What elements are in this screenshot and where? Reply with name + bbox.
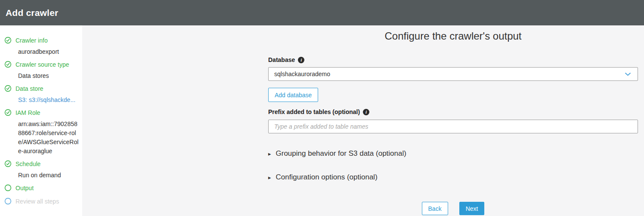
sidebar-step-review-all-steps[interactable]: Review all steps xyxy=(4,197,79,205)
steps-sidebar: Crawler info auroradbexport Crawler sour… xyxy=(0,25,82,216)
database-select[interactable]: sqlshackaurorademo xyxy=(268,67,638,81)
back-button[interactable]: Back xyxy=(422,202,448,215)
database-select-value: sqlshackaurorademo xyxy=(274,71,330,77)
section-label: Configuration options (optional) xyxy=(276,173,378,182)
prefix-input[interactable] xyxy=(268,120,638,133)
info-icon[interactable]: i xyxy=(363,109,369,115)
check-circle-icon xyxy=(4,61,12,68)
header-bar: Add crawler xyxy=(0,0,644,25)
check-circle-icon xyxy=(4,109,12,116)
check-circle-icon xyxy=(4,160,12,167)
sidebar-step-output[interactable]: Output xyxy=(4,184,79,191)
step-sub-source-type: Data stores xyxy=(18,71,79,80)
sidebar-step-crawler-source-type[interactable]: Crawler source type xyxy=(4,61,79,68)
step-label: Crawler info xyxy=(15,37,48,44)
step-label: Output xyxy=(15,185,34,191)
step-label: IAM Role xyxy=(15,109,40,116)
step-label: Data store xyxy=(15,85,43,92)
page-heading: Configure the crawler's output xyxy=(268,30,638,42)
section-configuration-options[interactable]: ▸ Configuration options (optional) xyxy=(268,173,638,182)
chevron-down-icon xyxy=(625,72,631,76)
sidebar-step-iam-role[interactable]: IAM Role xyxy=(4,109,79,116)
section-grouping-behavior[interactable]: ▸ Grouping behavior for S3 data (optiona… xyxy=(268,149,638,158)
step-label: Schedule xyxy=(15,160,40,167)
circle-icon xyxy=(4,197,12,205)
check-circle-icon xyxy=(4,37,12,44)
circle-icon xyxy=(4,184,12,191)
section-label: Grouping behavior for S3 data (optional) xyxy=(276,149,406,158)
step-sub-iam-role-arn: arn:aws:iam::790285888667:role/service-r… xyxy=(18,120,79,156)
check-circle-icon xyxy=(4,85,12,92)
database-label: Database xyxy=(268,56,295,63)
sidebar-step-crawler-info[interactable]: Crawler info xyxy=(4,37,79,44)
sidebar-step-schedule[interactable]: Schedule xyxy=(4,160,79,167)
caret-right-icon: ▸ xyxy=(268,151,271,157)
caret-right-icon: ▸ xyxy=(268,174,271,181)
step-label: Crawler source type xyxy=(15,61,69,68)
prefix-label: Prefix added to tables (optional) xyxy=(268,108,360,115)
step-sub-crawler-name: auroradbexport xyxy=(18,47,79,56)
step-sub-schedule: Run on demand xyxy=(18,171,79,180)
main-panel: Configure the crawler's output Database … xyxy=(82,25,644,216)
step-sub-s3-path: S3: s3://sqlshackde... xyxy=(18,96,79,105)
sidebar-step-data-store[interactable]: Data store xyxy=(4,85,79,92)
next-button[interactable]: Next xyxy=(459,202,485,215)
page-title: Add crawler xyxy=(6,8,58,18)
info-icon[interactable]: i xyxy=(298,57,304,63)
add-database-button[interactable]: Add database xyxy=(268,88,318,102)
step-label: Review all steps xyxy=(15,198,59,205)
